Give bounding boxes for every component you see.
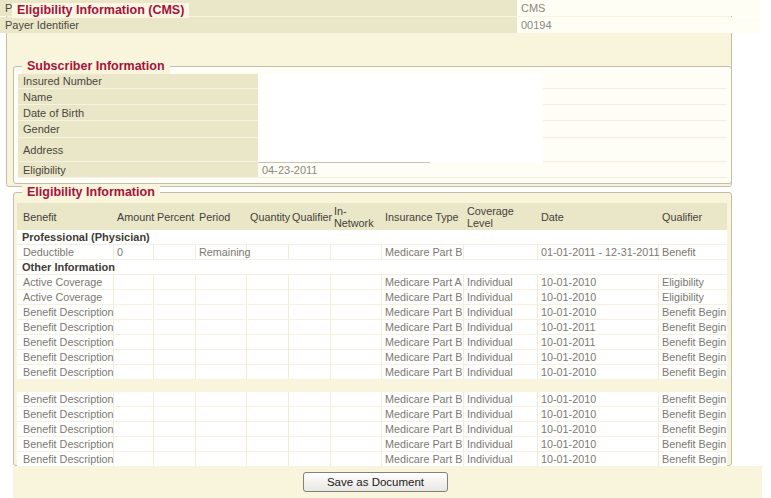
cell: Benefit Description [17,350,114,365]
cell [196,452,247,467]
cell [154,350,196,365]
field-label: Name [18,89,258,105]
cell: Individual [464,365,538,380]
cell [331,275,382,290]
header-cell: Amount [114,203,154,230]
table-row: Benefit DescriptionMedicare Part BIndivi… [17,335,727,350]
cell [154,245,196,260]
cell: Benefit Begin [659,320,727,335]
cell [114,350,154,365]
cell [289,407,331,422]
eligibility-table: BenefitAmountPercentPeriodQuantityQualif… [17,203,727,467]
cell [154,365,196,380]
cell [196,422,247,437]
table-row: Benefit DescriptionMedicare Part BIndivi… [17,452,727,467]
cell [154,335,196,350]
cell [154,392,196,407]
cell: Benefit [659,245,727,260]
cell [114,392,154,407]
cell [331,290,382,305]
table-row: Benefit DescriptionMedicare Part BIndivi… [17,422,727,437]
cell: Individual [464,392,538,407]
cell [196,335,247,350]
cell [331,350,382,365]
cell: 01-01-2011 - 12-31-2011 [538,245,659,260]
cell: 0 [114,245,154,260]
field-label: Insured Number [18,74,258,89]
header-cell: Percent [154,203,196,230]
cell: 10-01-2010 [538,350,659,365]
cell: Individual [464,437,538,452]
cell [331,452,382,467]
cell [114,452,154,467]
cell: Benefit Begin [659,392,727,407]
cell [247,365,289,380]
cell [247,350,289,365]
cell: Medicare Part A [382,275,464,290]
cell [114,437,154,452]
cell [196,275,247,290]
eligibility-response-page: Eligibility Information (CMS) Payer Name… [0,0,771,498]
cell: Medicare Part B [382,422,464,437]
cell: Benefit Description [17,452,114,467]
cell [331,245,382,260]
cell: Benefit Description [17,320,114,335]
cell [289,365,331,380]
cell: Benefit Begin [659,452,727,467]
cell: Individual [464,290,538,305]
cell [289,320,331,335]
cell [247,305,289,320]
cell: Benefit Description [17,437,114,452]
cell: Medicare Part B [382,335,464,350]
table-row: Benefit DescriptionMedicare Part BIndivi… [17,407,727,422]
cell [196,290,247,305]
cell [196,305,247,320]
cell: 10-01-2010 [538,392,659,407]
cell: Medicare Part B [382,245,464,260]
cell: Benefit Begin [659,407,727,422]
payer-field-row: Payer Identifier00194 [0,17,760,33]
cell [247,245,289,260]
cell [196,437,247,452]
header-cell: Qualifier [289,203,331,230]
cell: Eligibility [659,275,727,290]
cell: 10-01-2010 [538,290,659,305]
field-label: Date of Birth [18,105,258,121]
cell [114,335,154,350]
cell [247,422,289,437]
cell: 10-01-2010 [538,407,659,422]
save-as-document-button[interactable]: Save as Document [303,472,448,492]
cell [196,320,247,335]
cell [289,437,331,452]
field-label: Eligibility [18,162,258,178]
cell: 10-01-2010 [538,275,659,290]
cell: 10-01-2011 [538,320,659,335]
cell [247,335,289,350]
cell [114,320,154,335]
cell: Medicare Part B [382,305,464,320]
cell [247,290,289,305]
cell: Benefit Description [17,335,114,350]
cell: Individual [464,407,538,422]
table-row: Deductible0RemainingMedicare Part B01-01… [17,245,727,260]
cell: Benefit Description [17,392,114,407]
cell: Benefit Begin [659,437,727,452]
cell [247,452,289,467]
table-gap [17,380,727,392]
cell: Benefit Description [17,305,114,320]
cell: Individual [464,335,538,350]
cell [114,275,154,290]
cell: Medicare Part B [382,392,464,407]
table-row: Benefit DescriptionMedicare Part BIndivi… [17,305,727,320]
cell [289,350,331,365]
header-cell: In-Network [331,203,382,230]
cell [154,305,196,320]
cell [196,350,247,365]
cell: Benefit Description [17,422,114,437]
cell [196,365,247,380]
field-label: Gender [18,121,258,138]
field-value: 00194 [517,17,760,33]
cell [154,275,196,290]
cell [247,275,289,290]
cell: Medicare Part B [382,407,464,422]
